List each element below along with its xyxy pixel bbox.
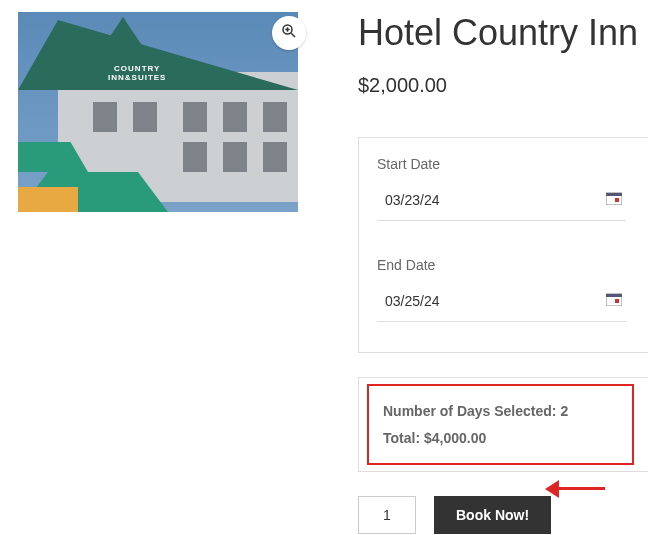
start-date-label: Start Date (377, 156, 626, 172)
svg-rect-5 (606, 193, 622, 196)
annotation-arrow (555, 487, 605, 490)
svg-rect-6 (615, 198, 619, 202)
calendar-icon[interactable] (606, 292, 626, 310)
svg-line-3 (291, 33, 295, 37)
hotel-sign: COUNTRYINN&SUITES (108, 64, 166, 82)
book-now-button[interactable]: Book Now! (434, 496, 551, 534)
svg-rect-9 (615, 299, 619, 303)
booking-form: Start Date End Date (358, 137, 648, 353)
product-image[interactable]: COUNTRYINN&SUITES (18, 12, 298, 212)
product-price: $2,000.00 (358, 74, 648, 97)
magnify-icon (280, 22, 298, 45)
end-date-label: End Date (377, 257, 626, 273)
days-selected: Number of Days Selected: 2 (383, 398, 624, 425)
start-date-input[interactable] (377, 182, 606, 218)
end-date-input[interactable] (377, 283, 606, 319)
booking-summary: Number of Days Selected: 2 Total: $4,000… (358, 377, 648, 472)
total-price: Total: $4,000.00 (383, 425, 624, 452)
quantity-input[interactable] (358, 496, 416, 534)
svg-rect-8 (606, 294, 622, 297)
product-title: Hotel Country Inn (358, 12, 648, 54)
calendar-icon[interactable] (606, 191, 626, 209)
zoom-button[interactable] (272, 16, 306, 50)
